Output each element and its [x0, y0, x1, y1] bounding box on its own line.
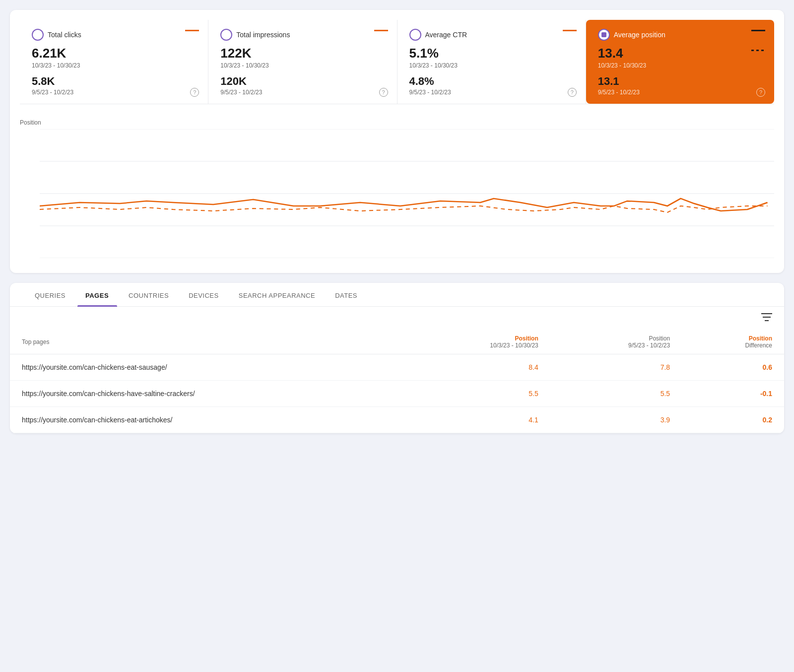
col-header-page: Top pages: [10, 330, 405, 354]
metric-range-primary-ctr: 10/3/23 - 10/30/23: [409, 62, 574, 69]
chart-area: Position 0 6 12 18 4 8 12 16 20 24: [20, 114, 774, 263]
table-row: https://yoursite.com/can-chickens-have-s…: [10, 381, 784, 407]
metric-title-ctr: Average CTR: [425, 31, 467, 39]
metric-header-impressions: Total impressions: [220, 29, 385, 41]
metric-line-impressions: [374, 30, 388, 31]
cell-pos1-0: 8.4: [405, 354, 550, 381]
metric-checkbox-ctr[interactable]: [409, 29, 421, 41]
tab-queries[interactable]: QUERIES: [25, 283, 75, 306]
metric-line-ctr: [563, 30, 577, 31]
data-table: Top pages Position 10/3/23 - 10/30/23 Po…: [10, 330, 784, 433]
metric-range-secondary-impressions: 9/5/23 - 10/2/23: [220, 89, 385, 96]
col-header-pos2: Position 9/5/23 - 10/2/23: [550, 330, 682, 354]
cell-diff-2: 0.2: [682, 407, 784, 433]
metrics-row: Total clicks 6.21K 10/3/23 - 10/30/23 5.…: [20, 20, 774, 104]
metric-range-secondary-clicks: 9/5/23 - 10/2/23: [32, 89, 196, 96]
metric-title-clicks: Total clicks: [48, 31, 81, 39]
help-icon-position[interactable]: ?: [756, 88, 765, 97]
help-icon-ctr[interactable]: ?: [568, 88, 577, 97]
tab-dates[interactable]: DATES: [325, 283, 367, 306]
metric-title-position: Average position: [614, 31, 665, 39]
col-header-diff-sub: Difference: [745, 342, 772, 349]
cell-diff-0: 0.6: [682, 354, 784, 381]
metric-checkbox-impressions[interactable]: [220, 29, 232, 41]
metric-value-secondary-ctr: 4.8%: [409, 75, 574, 88]
metric-average-position[interactable]: Average position 13.4 10/3/23 - 10/30/23…: [586, 20, 774, 104]
table-body: https://yoursite.com/can-chickens-eat-sa…: [10, 354, 784, 433]
table-card: QUERIES PAGES COUNTRIES DEVICES SEARCH A…: [10, 283, 784, 433]
col-header-pos1: Position 10/3/23 - 10/30/23: [405, 330, 550, 354]
metric-value-primary-impressions: 122K: [220, 46, 385, 61]
tab-devices[interactable]: DEVICES: [179, 283, 229, 306]
chart-svg: 0 6 12 18 4 8 12 16 20 24 28: [40, 129, 774, 258]
cell-pos1-1: 5.5: [405, 381, 550, 407]
help-icon-clicks[interactable]: ?: [190, 88, 199, 97]
col-header-pos1-label: Position: [515, 335, 538, 342]
metric-range-primary-clicks: 10/3/23 - 10/30/23: [32, 62, 196, 69]
metric-range-primary-impressions: 10/3/23 - 10/30/23: [220, 62, 385, 69]
metric-line-clicks: [185, 30, 199, 31]
chart-line-primary: [40, 199, 768, 211]
filter-icon: [761, 313, 772, 322]
col-header-pos2-range: 9/5/23 - 10/2/23: [628, 342, 670, 349]
metric-title-impressions: Total impressions: [236, 31, 290, 39]
metric-total-clicks[interactable]: Total clicks 6.21K 10/3/23 - 10/30/23 5.…: [20, 20, 208, 104]
metric-total-impressions[interactable]: Total impressions 122K 10/3/23 - 10/30/2…: [208, 20, 397, 104]
metric-value-secondary-position: 13.1: [598, 75, 762, 88]
chart-line-secondary: [40, 206, 768, 212]
table-row: https://yoursite.com/can-chickens-eat-sa…: [10, 354, 784, 381]
cell-url-0: https://yoursite.com/can-chickens-eat-sa…: [10, 354, 405, 381]
cell-url-2: https://yoursite.com/can-chickens-eat-ar…: [10, 407, 405, 433]
metric-line-position-dashed: [751, 50, 765, 51]
metric-average-ctr[interactable]: Average CTR 5.1% 10/3/23 - 10/30/23 4.8%…: [397, 20, 586, 104]
cell-diff-1: -0.1: [682, 381, 784, 407]
metric-header-position: Average position: [598, 29, 762, 41]
col-header-diff-label: Position: [749, 335, 772, 342]
tab-pages[interactable]: PAGES: [75, 283, 119, 306]
metric-header-clicks: Total clicks: [32, 29, 196, 41]
table-header-row: Top pages Position 10/3/23 - 10/30/23 Po…: [10, 330, 784, 354]
tab-search-appearance[interactable]: SEARCH APPEARANCE: [229, 283, 325, 306]
col-header-pos1-range: 10/3/23 - 10/30/23: [490, 342, 538, 349]
chart-container: 0 6 12 18 4 8 12 16 20 24 28: [20, 129, 774, 258]
metric-range-secondary-ctr: 9/5/23 - 10/2/23: [409, 89, 574, 96]
cell-url-1: https://yoursite.com/can-chickens-have-s…: [10, 381, 405, 407]
metric-value-secondary-clicks: 5.8K: [32, 75, 196, 88]
metric-checkbox-clicks[interactable]: [32, 29, 44, 41]
cell-pos2-0: 7.8: [550, 354, 682, 381]
filter-button[interactable]: [761, 313, 772, 324]
metric-line-position-solid: [751, 30, 765, 31]
table-toolbar: [10, 307, 784, 330]
cell-pos1-2: 4.1: [405, 407, 550, 433]
metrics-chart-card: Total clicks 6.21K 10/3/23 - 10/30/23 5.…: [10, 10, 784, 273]
metric-value-primary-clicks: 6.21K: [32, 46, 196, 61]
metric-checkbox-position[interactable]: [598, 29, 610, 41]
metric-value-primary-ctr: 5.1%: [409, 46, 574, 61]
cell-pos2-1: 5.5: [550, 381, 682, 407]
col-header-diff: Position Difference: [682, 330, 784, 354]
metric-range-secondary-position: 9/5/23 - 10/2/23: [598, 89, 762, 96]
metric-value-primary-position: 13.4: [598, 46, 762, 61]
table-row: https://yoursite.com/can-chickens-eat-ar…: [10, 407, 784, 433]
chart-y-label: Position: [20, 119, 774, 126]
col-header-pos2-label: Position: [649, 335, 670, 342]
help-icon-impressions[interactable]: ?: [379, 88, 388, 97]
metric-range-primary-position: 10/3/23 - 10/30/23: [598, 62, 762, 69]
metric-header-ctr: Average CTR: [409, 29, 574, 41]
metric-value-secondary-impressions: 120K: [220, 75, 385, 88]
cell-pos2-2: 3.9: [550, 407, 682, 433]
tabs-row: QUERIES PAGES COUNTRIES DEVICES SEARCH A…: [10, 283, 784, 307]
tab-countries[interactable]: COUNTRIES: [119, 283, 179, 306]
